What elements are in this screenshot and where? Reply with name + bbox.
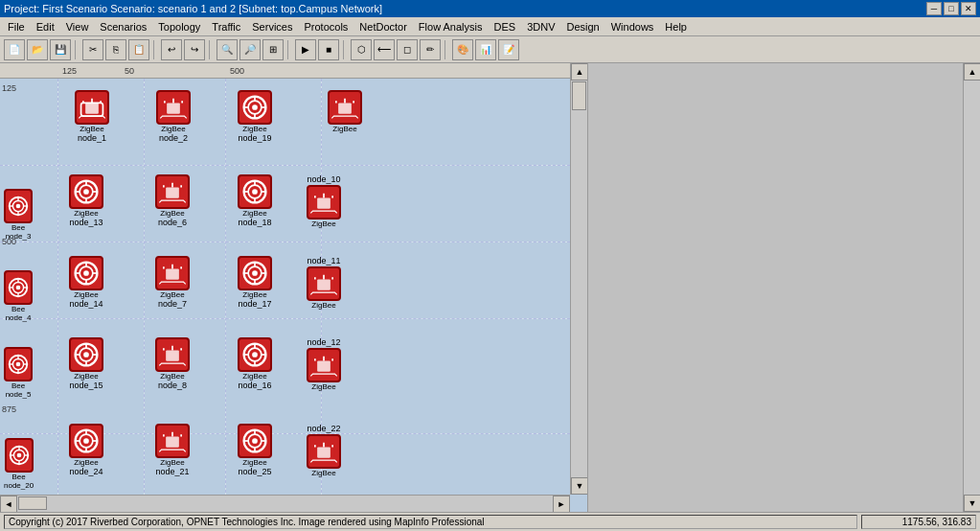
node-icon-node_25[interactable] bbox=[238, 424, 272, 458]
menu-item-help[interactable]: Help bbox=[659, 19, 693, 35]
annotation-button[interactable]: ✏ bbox=[420, 39, 441, 60]
node-icon-node_4[interactable] bbox=[4, 270, 33, 305]
stop-button[interactable]: ■ bbox=[318, 39, 339, 60]
menu-item-edit[interactable]: Edit bbox=[31, 19, 60, 35]
run-button[interactable]: ▶ bbox=[295, 39, 316, 60]
menu-item-design[interactable]: Design bbox=[560, 19, 604, 35]
menu-item-flow-analysis[interactable]: Flow Analysis bbox=[413, 19, 489, 35]
scroll-down-button[interactable]: ▼ bbox=[571, 477, 587, 495]
node-node_22[interactable]: node_22 ZigBee bbox=[307, 424, 341, 477]
node-icon-node_1[interactable] bbox=[75, 90, 109, 125]
scroll-thumb-right[interactable] bbox=[572, 81, 586, 110]
menu-item-view[interactable]: View bbox=[60, 19, 95, 35]
node-icon-node_18[interactable] bbox=[238, 174, 272, 209]
undo-button[interactable]: ↩ bbox=[161, 39, 182, 60]
menu-item-des[interactable]: DES bbox=[489, 19, 522, 35]
node-icon-node_11[interactable] bbox=[307, 266, 341, 301]
redo-button[interactable]: ↪ bbox=[184, 39, 205, 60]
new-button[interactable]: 📄 bbox=[4, 39, 25, 60]
palette-button[interactable]: 🎨 bbox=[452, 39, 473, 60]
node-node_20[interactable]: Bee node_20 bbox=[4, 438, 34, 490]
node-node_16[interactable]: ZigBee node_16 bbox=[238, 337, 272, 390]
node-icon-node_12[interactable] bbox=[307, 348, 341, 382]
node-icon-node_13[interactable] bbox=[69, 174, 103, 209]
node-rr1[interactable]: ZigBee bbox=[328, 90, 362, 133]
menu-item-scenarios[interactable]: Scenarios bbox=[94, 19, 152, 35]
canvas-area[interactable]: 125 50 500 125 500 875 bbox=[0, 63, 587, 512]
node-icon-node_7[interactable] bbox=[155, 256, 190, 290]
node-node_11[interactable]: node_11 ZigBee bbox=[307, 256, 341, 310]
node-icon-rr1[interactable] bbox=[328, 90, 362, 125]
right-panel-scrollbar[interactable]: ▲ ▼ bbox=[963, 63, 980, 512]
menu-item-file[interactable]: File bbox=[2, 19, 31, 35]
menu-item-windows[interactable]: Windows bbox=[605, 19, 660, 35]
close-button[interactable]: ✕ bbox=[961, 2, 976, 15]
paste-button[interactable]: 📋 bbox=[128, 39, 149, 60]
node-node_15[interactable]: ZigBee node_15 bbox=[69, 337, 103, 390]
link-button[interactable]: ⟵ bbox=[374, 39, 395, 60]
node-node_7[interactable]: ZigBee node_7 bbox=[155, 256, 190, 309]
fit-button[interactable]: ⊞ bbox=[262, 39, 284, 60]
scrollbar-bottom[interactable]: ◄ ► bbox=[0, 495, 570, 512]
node-node_2[interactable]: ZigBee node_2 bbox=[156, 90, 191, 143]
node-icon-node_8[interactable] bbox=[155, 337, 190, 372]
stats-button[interactable]: 📊 bbox=[475, 39, 496, 60]
scroll-track-bottom[interactable] bbox=[17, 496, 553, 512]
cut-button[interactable]: ✂ bbox=[82, 39, 103, 60]
node-icon-node_3[interactable] bbox=[4, 189, 33, 223]
node-node_1[interactable]: ZigBee node_1 bbox=[75, 90, 109, 143]
node-button[interactable]: ⬡ bbox=[351, 39, 372, 60]
node-node_10[interactable]: node_10 ZigBee bbox=[307, 174, 341, 228]
node-icon-node_14[interactable] bbox=[69, 256, 103, 290]
scroll-left-button[interactable]: ◄ bbox=[0, 496, 17, 512]
node-node_5[interactable]: Bee node_5 bbox=[4, 347, 33, 399]
node-node_24[interactable]: ZigBee node_24 bbox=[69, 424, 103, 476]
menu-item-services[interactable]: Services bbox=[246, 19, 298, 35]
node-node_19[interactable]: ZigBee node_19 bbox=[238, 90, 272, 143]
node-node_25[interactable]: ZigBee node_25 bbox=[238, 424, 272, 476]
node-node_21[interactable]: ZigBee node_21 bbox=[155, 424, 190, 476]
menu-item-traffic[interactable]: Traffic bbox=[206, 19, 246, 35]
node-icon-node_2[interactable] bbox=[156, 90, 191, 125]
save-button[interactable]: 💾 bbox=[50, 39, 71, 60]
node-node_18[interactable]: ZigBee node_18 bbox=[238, 174, 272, 227]
node-node_12[interactable]: node_12 ZigBee bbox=[307, 337, 341, 391]
node-icon-node_22[interactable] bbox=[307, 434, 341, 469]
node-node_14[interactable]: ZigBee node_14 bbox=[69, 256, 103, 309]
node-icon-node_24[interactable] bbox=[69, 424, 103, 458]
scrollbar-right[interactable]: ▲ ▼ bbox=[570, 63, 587, 495]
open-button[interactable]: 📂 bbox=[27, 39, 48, 60]
zoom-in-button[interactable]: 🔍 bbox=[217, 39, 238, 60]
node-icon-node_21[interactable] bbox=[155, 424, 190, 458]
report-button[interactable]: 📝 bbox=[498, 39, 519, 60]
node-icon-node_20[interactable] bbox=[5, 438, 34, 473]
maximize-button[interactable]: □ bbox=[944, 2, 959, 15]
zoom-out-button[interactable]: 🔎 bbox=[239, 39, 261, 60]
node-node_13[interactable]: ZigBee node_13 bbox=[69, 174, 103, 227]
menu-item-protocols[interactable]: Protocols bbox=[298, 19, 353, 35]
node-node_8[interactable]: ZigBee node_8 bbox=[155, 337, 190, 390]
node-icon-node_16[interactable] bbox=[238, 337, 272, 372]
scroll-right-button[interactable]: ► bbox=[553, 496, 570, 512]
scroll-thumb-bottom[interactable] bbox=[18, 496, 47, 510]
menu-item-netdoctor[interactable]: NetDoctor bbox=[353, 19, 413, 35]
scroll-track-right[interactable] bbox=[571, 81, 587, 477]
network-canvas[interactable]: 125 500 875 ZigBee node_1 bbox=[0, 79, 570, 512]
node-icon-node_15[interactable] bbox=[69, 337, 103, 372]
node-icon-node_6[interactable] bbox=[155, 174, 190, 209]
scroll-track-rightpanel[interactable] bbox=[964, 81, 980, 495]
scroll-up-button[interactable]: ▲ bbox=[571, 63, 587, 81]
menu-item-topology[interactable]: Topology bbox=[152, 19, 206, 35]
scroll-up-right[interactable]: ▲ bbox=[964, 63, 980, 81]
node-icon-node_10[interactable] bbox=[307, 185, 341, 219]
menu-item-3dnv[interactable]: 3DNV bbox=[521, 19, 560, 35]
scroll-down-right[interactable]: ▼ bbox=[964, 495, 980, 512]
node-icon-node_5[interactable] bbox=[4, 347, 33, 381]
subnet-button[interactable]: ◻ bbox=[397, 39, 418, 60]
node-icon-node_19[interactable] bbox=[238, 90, 272, 125]
node-node_6[interactable]: ZigBee node_6 bbox=[155, 174, 190, 227]
copy-button[interactable]: ⎘ bbox=[105, 39, 126, 60]
node-node_17[interactable]: ZigBee node_17 bbox=[238, 256, 272, 309]
node-node_3[interactable]: Bee node_3 bbox=[4, 189, 33, 241]
node-icon-node_17[interactable] bbox=[238, 256, 272, 290]
